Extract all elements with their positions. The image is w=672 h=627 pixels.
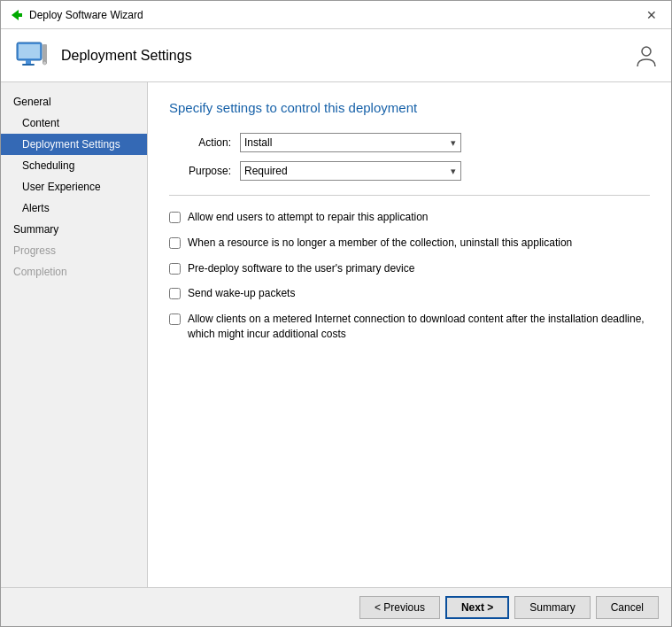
checkbox-wakeup-label: Send wake-up packets xyxy=(188,286,295,301)
person-icon xyxy=(634,43,659,68)
action-select[interactable]: Install Uninstall xyxy=(240,133,461,152)
divider xyxy=(169,195,650,196)
sidebar-item-user-experience[interactable]: User Experience xyxy=(1,176,147,197)
window-title: Deploy Software Wizard xyxy=(29,9,143,21)
checkbox-row-wakeup: Send wake-up packets xyxy=(169,286,650,301)
checkbox-metered-label: Allow clients on a metered Internet conn… xyxy=(188,312,650,342)
sidebar-item-progress: Progress xyxy=(1,240,147,261)
svg-rect-2 xyxy=(19,44,40,58)
purpose-select-wrapper: Required Available xyxy=(240,161,461,181)
sidebar-item-summary[interactable]: Summary xyxy=(1,219,147,240)
previous-button[interactable]: < Previous xyxy=(359,596,440,619)
computer-icon xyxy=(13,37,50,74)
content-area: General Content Deployment Settings Sche… xyxy=(1,82,671,587)
svg-rect-3 xyxy=(26,60,31,64)
checkbox-row-predeploy: Pre-deploy software to the user's primar… xyxy=(169,261,650,276)
checkbox-predeploy-label: Pre-deploy software to the user's primar… xyxy=(188,261,414,276)
next-button[interactable]: Next > xyxy=(445,596,509,619)
sidebar-item-scheduling[interactable]: Scheduling xyxy=(1,155,147,176)
help-icon xyxy=(634,43,659,68)
checkbox-metered[interactable] xyxy=(169,314,181,325)
checkbox-uninstall[interactable] xyxy=(169,237,181,249)
cancel-button[interactable]: Cancel xyxy=(596,596,659,619)
sidebar-item-completion: Completion xyxy=(1,261,147,283)
purpose-label: Purpose: xyxy=(169,165,231,177)
action-label: Action: xyxy=(169,136,231,149)
header-icon-box xyxy=(13,37,50,74)
sidebar: General Content Deployment Settings Sche… xyxy=(1,82,147,587)
checkbox-row-metered: Allow clients on a metered Internet conn… xyxy=(169,312,650,342)
svg-marker-0 xyxy=(12,10,22,20)
purpose-row: Purpose: Required Available xyxy=(169,161,650,181)
sidebar-item-content[interactable]: Content xyxy=(1,112,147,134)
svg-rect-5 xyxy=(42,44,47,64)
footer-bar: < Previous Next > Summary Cancel xyxy=(1,587,671,626)
deploy-icon xyxy=(10,8,24,22)
checkbox-predeploy[interactable] xyxy=(169,263,181,275)
header-title: Deployment Settings xyxy=(61,48,192,64)
sidebar-item-alerts[interactable]: Alerts xyxy=(1,197,147,219)
action-select-wrapper: Install Uninstall xyxy=(240,133,461,152)
title-bar-left: Deploy Software Wizard xyxy=(10,8,143,22)
checkbox-uninstall-label: When a resource is no longer a member of… xyxy=(188,236,572,251)
svg-rect-4 xyxy=(22,64,35,66)
main-panel: Specify settings to control this deploym… xyxy=(147,82,671,587)
svg-point-6 xyxy=(43,61,47,65)
wizard-window: Deploy Software Wizard ✕ Deployment Sett… xyxy=(0,0,672,627)
checkbox-row-repair: Allow end users to attempt to repair thi… xyxy=(169,210,650,225)
action-row: Action: Install Uninstall xyxy=(169,133,650,152)
main-title: Specify settings to control this deploym… xyxy=(169,100,650,115)
header-bar: Deployment Settings xyxy=(1,29,671,82)
svg-point-7 xyxy=(642,47,651,56)
title-bar: Deploy Software Wizard ✕ xyxy=(1,1,671,29)
header-left: Deployment Settings xyxy=(13,37,192,74)
close-button[interactable]: ✕ xyxy=(641,6,662,24)
purpose-select[interactable]: Required Available xyxy=(240,161,461,181)
summary-button[interactable]: Summary xyxy=(514,596,590,619)
checkbox-repair[interactable] xyxy=(169,212,181,223)
sidebar-item-deployment-settings[interactable]: Deployment Settings xyxy=(1,134,147,155)
checkbox-row-uninstall: When a resource is no longer a member of… xyxy=(169,236,650,251)
sidebar-item-general[interactable]: General xyxy=(1,91,147,112)
checkbox-wakeup[interactable] xyxy=(169,288,181,299)
checkbox-repair-label: Allow end users to attempt to repair thi… xyxy=(188,210,428,225)
